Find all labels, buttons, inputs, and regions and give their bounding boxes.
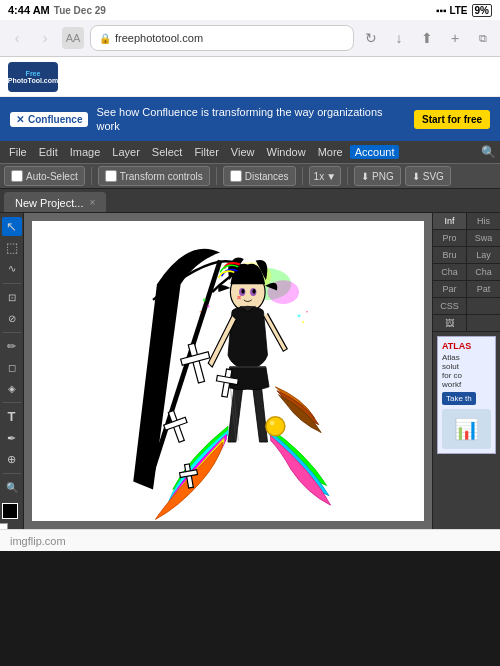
tool-crop[interactable]: ⊡: [2, 288, 22, 307]
panel-tabs-5: Par Pat: [433, 281, 500, 298]
tool-select-rect[interactable]: ⬚: [2, 238, 22, 257]
transform-controls-checkbox[interactable]: [105, 170, 117, 182]
zoom-dropdown[interactable]: 1x ▼: [309, 166, 341, 186]
panel-tab-cha2[interactable]: Cha: [467, 264, 500, 280]
tabs-button[interactable]: ⧉: [472, 27, 494, 49]
tool-text[interactable]: T: [2, 407, 22, 426]
app-container: File Edit Image Layer Select Filter View…: [0, 141, 500, 529]
drawing-canvas[interactable]: [32, 221, 424, 521]
ad-logo: ✕ Confluence: [10, 112, 88, 127]
zoom-level: 1x: [314, 171, 325, 182]
tool-move[interactable]: ↖: [2, 217, 22, 236]
panel-tabs-6: CSS: [433, 298, 500, 315]
svg-button[interactable]: ⬇ SVG: [405, 166, 451, 186]
forward-button[interactable]: ›: [34, 27, 56, 49]
reload-button[interactable]: ↻: [360, 27, 382, 49]
browser-chrome: ‹ › AA 🔒 freephototool.com ↻ ↓ ⬆ + ⧉: [0, 20, 500, 57]
toolbar-sep-4: [347, 167, 348, 185]
workspace: ↖ ⬚ ∿ ⊡ ⊘ ✏ ◻ ◈ T ✒ ⊕ 🔍: [0, 213, 500, 529]
toolbar-sep-3: [302, 167, 303, 185]
canvas-area: [24, 213, 432, 529]
panel-tab-cha[interactable]: Cha: [433, 264, 467, 280]
app-logo: Free PhotoTool.com: [8, 62, 58, 92]
download-button[interactable]: ↓: [388, 27, 410, 49]
toolbar-sep-2: [216, 167, 217, 185]
distances-checkbox[interactable]: [230, 170, 242, 182]
tool-eyedropper[interactable]: ⊘: [2, 309, 22, 328]
status-right: ▪▪▪ LTE 9%: [436, 4, 492, 17]
toolbar: Auto-Select Transform controls Distances…: [0, 163, 500, 189]
ad-banner: ✕ Confluence See how Confluence is trans…: [0, 97, 500, 141]
panel-tab-lay[interactable]: Lay: [467, 247, 500, 263]
menu-image[interactable]: Image: [65, 145, 106, 159]
panel-tab-empty: [467, 298, 500, 314]
panel-tabs-2: Pro Swa: [433, 230, 500, 247]
panel-tab-inf[interactable]: Inf: [433, 213, 467, 229]
share-button[interactable]: ⬆: [416, 27, 438, 49]
panel-tab-swa[interactable]: Swa: [467, 230, 500, 246]
svg-point-30: [306, 311, 308, 313]
imgflip-attribution: imgflip.com: [10, 535, 66, 547]
menu-select[interactable]: Select: [147, 145, 188, 159]
panel-tab-bru[interactable]: Bru: [433, 247, 467, 263]
panel-tab-image[interactable]: 🖼: [433, 315, 467, 331]
menu-account[interactable]: Account: [350, 145, 400, 159]
foreground-color-swatch[interactable]: [2, 503, 18, 519]
browser-top-bar: ‹ › AA 🔒 freephototool.com ↻ ↓ ⬆ + ⧉: [0, 20, 500, 56]
color-swatches: [2, 503, 22, 525]
doc-tab-close-button[interactable]: ×: [89, 197, 95, 208]
panel-tab-pro[interactable]: Pro: [433, 230, 467, 246]
menu-file[interactable]: File: [4, 145, 32, 159]
svg-point-16: [270, 421, 275, 426]
panel-tabs: Inf His: [433, 213, 500, 230]
zoom-chevron-icon: ▼: [326, 171, 336, 182]
url-bar[interactable]: 🔒 freephototool.com: [90, 25, 354, 51]
auto-select-checkbox[interactable]: [11, 170, 23, 182]
auto-select-label: Auto-Select: [26, 171, 78, 182]
svg-point-9: [252, 289, 255, 294]
doc-tab-label: New Project...: [15, 197, 83, 209]
panel-tab-par[interactable]: Par: [433, 281, 467, 297]
ad-cta-button[interactable]: Start for free: [414, 110, 490, 129]
svg-label: SVG: [423, 171, 444, 182]
atlas-ad-title: ATLAS: [442, 341, 491, 351]
tool-pen[interactable]: ✒: [2, 429, 22, 448]
add-tab-button[interactable]: +: [444, 27, 466, 49]
tool-clone[interactable]: ⊕: [2, 450, 22, 469]
reader-button[interactable]: AA: [62, 27, 84, 49]
back-button[interactable]: ‹: [6, 27, 28, 49]
tool-brush[interactable]: ✏: [2, 337, 22, 356]
menu-edit[interactable]: Edit: [34, 145, 63, 159]
tool-eraser[interactable]: ◻: [2, 358, 22, 377]
tool-fill[interactable]: ◈: [2, 379, 22, 398]
background-color-swatch[interactable]: [0, 523, 8, 529]
atlas-ad: ATLAS Atlassolutfor coworkf Take th 📊: [437, 336, 496, 454]
svg-point-26: [207, 305, 209, 307]
app-banner: Free PhotoTool.com: [0, 57, 500, 97]
distances-button[interactable]: Distances: [223, 166, 296, 186]
status-day: Tue Dec 29: [54, 5, 106, 16]
download-icon: ⬇: [361, 171, 369, 182]
url-text: freephototool.com: [115, 32, 345, 44]
lock-icon: 🔒: [99, 33, 111, 44]
atlas-cta-button[interactable]: Take th: [442, 392, 476, 405]
panel-tab-his[interactable]: His: [467, 213, 500, 229]
menu-more[interactable]: More: [313, 145, 348, 159]
tool-zoom[interactable]: 🔍: [2, 478, 22, 497]
auto-select-button[interactable]: Auto-Select: [4, 166, 85, 186]
svg-point-29: [200, 311, 202, 313]
png-button[interactable]: ⬇ PNG: [354, 166, 401, 186]
panel-tab-css[interactable]: CSS: [433, 298, 467, 314]
tool-select-lasso[interactable]: ∿: [2, 259, 22, 278]
panel-tab-pat[interactable]: Pat: [467, 281, 500, 297]
panel-tab-empty2: [467, 315, 500, 331]
drawing-svg: [32, 221, 424, 521]
logo-top-text: Free: [26, 70, 41, 77]
menu-window[interactable]: Window: [262, 145, 311, 159]
transform-controls-button[interactable]: Transform controls: [98, 166, 210, 186]
menu-layer[interactable]: Layer: [107, 145, 145, 159]
menu-view[interactable]: View: [226, 145, 260, 159]
menu-filter[interactable]: Filter: [189, 145, 223, 159]
menu-search-icon[interactable]: 🔍: [481, 145, 496, 159]
doc-tab-active[interactable]: New Project... ×: [4, 192, 106, 212]
